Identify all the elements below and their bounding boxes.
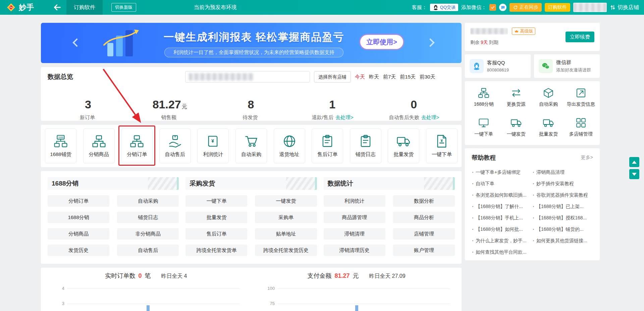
tile-return-address[interactable]: 退货地址 — [274, 128, 305, 163]
switch-shop-button[interactable]: 切换店铺 — [610, 4, 639, 11]
feature-one-click-order[interactable]: 一键下单 — [468, 117, 500, 139]
section-link[interactable]: 滞销清理 — [324, 228, 385, 240]
section-link[interactable]: 自动采购 — [117, 195, 179, 207]
filter-today[interactable]: 今天 — [355, 74, 365, 80]
realtime-charts-card: 实时订单数 0 笔 昨日全天4 4 3 支付金额 — [41, 268, 462, 311]
section-link[interactable]: 商品源管理 — [324, 212, 385, 223]
section-link[interactable]: 一键下单 — [185, 195, 247, 207]
feature-batch-ship[interactable]: 批量发货 — [532, 117, 565, 139]
select-all-shops-button[interactable]: 选择所有店铺 — [314, 71, 351, 83]
help-link[interactable]: 为什么上家发货，妙手... — [472, 235, 532, 246]
wechat-verify-icon[interactable] — [489, 4, 496, 11]
help-link[interactable]: 妙手插件安装教程 — [532, 178, 593, 189]
order-software-badge[interactable]: 订购软件 — [545, 3, 570, 12]
up-down-arrows-icon — [610, 4, 616, 10]
yesterday-value: 4 — [184, 273, 187, 279]
help-link[interactable]: 【1688分销】如何批... — [472, 223, 532, 235]
qq-contact-card[interactable]: 客服QQ 800808619 — [465, 54, 531, 78]
section-link[interactable]: 账户管理 — [393, 245, 455, 256]
tile-listing-log[interactable]: 铺货日志 — [350, 128, 381, 163]
scroll-down-button[interactable] — [629, 169, 639, 179]
help-link[interactable]: 如何查找其他平台同款... — [472, 246, 532, 258]
feature-multi-shop[interactable]: 多店铺管理 — [565, 117, 597, 139]
tile-auto-purchase[interactable]: 自动采购 — [235, 128, 267, 163]
orders-chart-plot: 4 3 — [67, 289, 240, 311]
switch-new-version-button[interactable]: 切换新版 — [111, 3, 136, 12]
section-link[interactable]: 商品分析 — [393, 212, 455, 223]
stat-action-link[interactable]: 去处理> — [335, 114, 354, 120]
tile-aftersale-orders[interactable]: 售后订单 — [312, 128, 343, 163]
help-more-link[interactable]: 更多> — [581, 155, 593, 161]
section-link[interactable]: 利润统计 — [324, 195, 385, 207]
stat-label: 新订单 — [80, 114, 95, 120]
filter-yesterday[interactable]: 昨天 — [369, 74, 379, 80]
section-1688-distribution: 1688分销 分销订单 自动采购 1688分销 铺货日志 分销商品 非分销商品 … — [48, 177, 179, 258]
help-link[interactable]: 【1688分销】授权168... — [532, 212, 593, 223]
help-link[interactable]: 如何更换其他货源链接... — [532, 235, 593, 246]
promo-banner[interactable]: 一键生成利润报表 轻松掌握商品盈亏 利润统计一目了然，全面掌握经营状况，为未来的… — [41, 23, 462, 63]
carousel-prev-icon[interactable] — [72, 38, 79, 49]
y-tick: 3 — [56, 301, 64, 306]
feature-auto-purchase[interactable]: 自动采购 — [532, 87, 565, 109]
section-link[interactable]: 滞销清理历史 — [324, 245, 385, 256]
tile-profit-stats[interactable]: 利润统计 — [197, 128, 229, 163]
section-link[interactable]: 店铺管理 — [393, 228, 455, 240]
section-link[interactable]: 分销商品 — [48, 228, 109, 240]
back-arrow-icon[interactable] — [53, 3, 62, 12]
filter-30days[interactable]: 前30天 — [420, 74, 435, 80]
section-link[interactable]: 自动售后 — [117, 245, 179, 256]
tile-one-click-order[interactable]: 一键下单 — [426, 128, 458, 163]
tile-distribution-orders[interactable]: 分销订单 — [121, 128, 153, 163]
section-link[interactable]: 贴单地址 — [255, 228, 317, 240]
filter-15days[interactable]: 前15天 — [400, 74, 416, 80]
section-link[interactable]: 一键发货 — [255, 195, 317, 207]
help-link[interactable]: 滞销商品清理 — [532, 166, 593, 178]
carousel-next-icon[interactable] — [427, 38, 435, 49]
section-link[interactable]: 1688分销 — [48, 212, 109, 223]
help-link[interactable]: 各浏览器如何卸载旧插... — [472, 189, 532, 201]
section-link[interactable]: 批量发货 — [185, 212, 247, 223]
feature-one-click-ship[interactable]: 一键发货 — [500, 117, 533, 139]
filter-7days[interactable]: 前7天 — [383, 74, 396, 80]
section-link[interactable]: 售后订单 — [185, 228, 247, 240]
feature-export-shipping-info[interactable]: 导出发货信息 — [565, 87, 597, 109]
qq-chat-button[interactable]: QQ交谈 — [430, 4, 458, 11]
tile-auto-aftersale[interactable]: 自动售后 — [159, 128, 191, 163]
banner-cta-button[interactable]: 立即使用> — [360, 35, 403, 49]
feature-label: 自动采购 — [539, 101, 558, 107]
tile-label: 分销订单 — [127, 151, 147, 158]
help-link[interactable]: 自动下单 — [472, 178, 532, 189]
help-link[interactable]: 【1688分销】了解什... — [472, 201, 532, 212]
section-link[interactable]: 数据分析 — [393, 195, 455, 207]
order-software-tab[interactable]: 订购软件 — [66, 0, 103, 15]
shop-select-input[interactable] — [185, 71, 310, 83]
tile-1688-listing[interactable]: 1688铺货 — [45, 128, 76, 163]
stat-new-orders: 3 新订单 — [48, 98, 129, 121]
tile-batch-shipping[interactable]: 批量发货 — [388, 128, 419, 163]
wechat-icon — [539, 59, 553, 73]
section-link[interactable]: 采购单 — [255, 212, 317, 223]
help-link[interactable]: 【1688分销】已上架... — [532, 201, 593, 212]
help-link[interactable]: 【1688分销】铺货的... — [532, 223, 593, 235]
wechat-group-card[interactable]: 微信群 添加好友邀请进群 — [534, 54, 600, 78]
stat-action-link[interactable]: 去处理> — [421, 114, 439, 120]
renew-button[interactable]: 立即续费 — [566, 32, 594, 42]
app-logo-text: 妙手 — [19, 2, 34, 12]
section-link[interactable]: 跨境全托管发货历史 — [255, 245, 317, 256]
scroll-up-button[interactable] — [629, 157, 639, 167]
help-link[interactable]: 谷歌浏览器插件安装教程 — [532, 189, 593, 201]
section-link[interactable]: 发货历史 — [48, 245, 109, 256]
help-link[interactable]: 一键下单+多店铺绑定 — [472, 166, 532, 178]
section-link[interactable]: 分销订单 — [48, 195, 109, 207]
section-link[interactable]: 非分销商品 — [117, 228, 179, 240]
chat-bubble-icon[interactable] — [499, 4, 506, 11]
wechat-card-title: 微信群 — [556, 59, 591, 66]
section-link[interactable]: 跨境全托管发货单 — [185, 245, 247, 256]
feature-change-source[interactable]: 更换货源 — [500, 87, 533, 109]
feature-1688-distribution[interactable]: 1688分销 — [468, 87, 500, 109]
help-link[interactable]: 【1688分销】手机上... — [472, 212, 532, 223]
sync-status-badge[interactable]: 正在同步 — [509, 3, 542, 12]
tile-distribution-products[interactable]: 分销商品 — [83, 128, 115, 163]
section-link[interactable]: 铺货日志 — [117, 212, 179, 223]
miaoshou-logo-icon — [6, 2, 16, 12]
